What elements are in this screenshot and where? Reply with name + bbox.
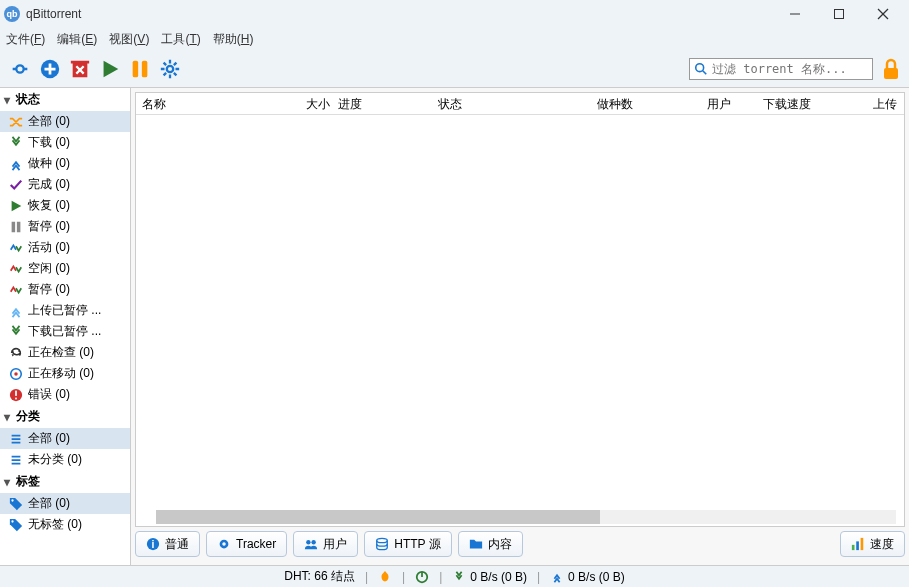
status-filter-3[interactable]: 完成 (0) (0, 174, 130, 195)
status-filter-13[interactable]: 错误 (0) (0, 384, 130, 405)
svg-point-20 (11, 499, 13, 501)
move-icon (8, 366, 24, 382)
status-filter-12[interactable]: 正在移动 (0) (0, 363, 130, 384)
shuffle-icon (8, 114, 24, 130)
torrent-list-body (136, 115, 904, 526)
svg-point-27 (312, 540, 316, 544)
titlebar: qb qBittorrent (0, 0, 909, 28)
tags-section-header[interactable]: ▾标签 (0, 470, 130, 493)
svg-rect-7 (133, 60, 139, 77)
minimize-button[interactable] (773, 0, 817, 28)
svg-rect-19 (15, 397, 17, 399)
list-icon (8, 431, 24, 447)
svg-point-25 (222, 542, 226, 546)
svg-point-28 (377, 538, 388, 542)
svg-text:i: i (152, 538, 155, 550)
status-filter-10[interactable]: 下载已暂停 ... (0, 321, 130, 342)
pause-button[interactable] (126, 55, 154, 83)
menu-edit[interactable]: 编辑(E) (57, 31, 97, 48)
tab-tracker[interactable]: Tracker (206, 531, 287, 557)
svg-rect-18 (15, 390, 17, 395)
tab-peers[interactable]: 用户 (293, 531, 358, 557)
status-filter-2[interactable]: 做种 (0) (0, 153, 130, 174)
error-icon (8, 387, 24, 403)
detail-tabs: i普通 Tracker 用户 HTTP 源 内容 速度 (135, 527, 905, 561)
svg-point-16 (14, 372, 18, 376)
horizontal-scrollbar[interactable] (156, 510, 896, 524)
tab-general[interactable]: i普通 (135, 531, 200, 557)
svg-point-21 (11, 520, 13, 522)
add-torrent-button[interactable] (36, 55, 64, 83)
svg-rect-29 (852, 545, 855, 550)
svg-rect-13 (12, 221, 16, 232)
tab-content[interactable]: 内容 (458, 531, 523, 557)
status-filter-7[interactable]: 空闲 (0) (0, 258, 130, 279)
down-green-icon (8, 135, 24, 151)
download-speed-status[interactable]: 0 B/s (0 B) (452, 570, 527, 584)
col-upspeed[interactable]: 上传 (818, 93, 904, 114)
filter-box[interactable] (689, 58, 873, 80)
svg-rect-30 (856, 541, 859, 550)
col-dlspeed[interactable]: 下载速度 (738, 93, 818, 114)
refresh-icon (8, 345, 24, 361)
svg-rect-31 (861, 538, 864, 550)
add-link-button[interactable] (6, 55, 34, 83)
up-blue-icon (8, 156, 24, 172)
categories-section-header[interactable]: ▾分类 (0, 405, 130, 428)
close-button[interactable] (861, 0, 905, 28)
up-lblue-icon (8, 303, 24, 319)
pause-gray-icon (8, 219, 24, 235)
filter-input[interactable] (712, 62, 868, 76)
tab-http[interactable]: HTTP 源 (364, 531, 451, 557)
alt-speed-toggle[interactable] (415, 570, 429, 584)
category-filter-0[interactable]: 全部 (0) (0, 428, 130, 449)
torrent-list[interactable]: 名称 大小 进度 状态 做种数 用户 下载速度 上传 (135, 92, 905, 527)
firewall-status[interactable] (378, 570, 392, 584)
col-size[interactable]: 大小 (300, 93, 332, 114)
lock-button[interactable] (879, 57, 903, 81)
svg-rect-12 (884, 68, 898, 79)
status-filter-4[interactable]: 恢复 (0) (0, 195, 130, 216)
upload-speed-status[interactable]: 0 B/s (0 B) (550, 570, 625, 584)
search-icon (694, 62, 708, 76)
tag-filter-1[interactable]: 无标签 (0) (0, 514, 130, 535)
menu-help[interactable]: 帮助(H) (213, 31, 254, 48)
check-purple-icon (8, 177, 24, 193)
resume-button[interactable] (96, 55, 124, 83)
menu-tools[interactable]: 工具(T) (161, 31, 200, 48)
svg-point-10 (696, 63, 704, 71)
delete-button[interactable] (66, 55, 94, 83)
status-section-header[interactable]: ▾状态 (0, 88, 130, 111)
svg-rect-1 (835, 10, 844, 19)
settings-button[interactable] (156, 55, 184, 83)
menu-view[interactable]: 视图(V) (109, 31, 149, 48)
status-filter-11[interactable]: 正在检查 (0) (0, 342, 130, 363)
category-filter-1[interactable]: 未分类 (0) (0, 449, 130, 470)
status-filter-6[interactable]: 活动 (0) (0, 237, 130, 258)
maximize-button[interactable] (817, 0, 861, 28)
col-seeds[interactable]: 做种数 (570, 93, 640, 114)
toolbar (0, 50, 909, 88)
svg-rect-6 (71, 60, 89, 63)
down-green-icon (8, 324, 24, 340)
status-filter-1[interactable]: 下载 (0) (0, 132, 130, 153)
col-progress[interactable]: 进度 (332, 93, 432, 114)
tag-filter-0[interactable]: 全部 (0) (0, 493, 130, 514)
status-filter-8[interactable]: 暂停 (0) (0, 279, 130, 300)
app-icon: qb (4, 6, 20, 22)
menu-file[interactable]: 文件(F) (6, 31, 45, 48)
tab-speed[interactable]: 速度 (840, 531, 905, 557)
main-content: 名称 大小 进度 状态 做种数 用户 下载速度 上传 i普通 Tracker 用… (131, 88, 909, 565)
updown-idle-icon (8, 282, 24, 298)
status-filter-9[interactable]: 上传已暂停 ... (0, 300, 130, 321)
updown-active-icon (8, 240, 24, 256)
svg-rect-14 (17, 221, 21, 232)
updown-idle-icon (8, 261, 24, 277)
status-filter-0[interactable]: 全部 (0) (0, 111, 130, 132)
col-status[interactable]: 状态 (432, 93, 570, 114)
column-headers[interactable]: 名称 大小 进度 状态 做种数 用户 下载速度 上传 (136, 93, 904, 115)
col-peers[interactable]: 用户 (640, 93, 738, 114)
col-name[interactable]: 名称 (136, 93, 300, 114)
sidebar: ▾状态 全部 (0)下载 (0)做种 (0)完成 (0)恢复 (0)暂停 (0)… (0, 88, 131, 565)
status-filter-5[interactable]: 暂停 (0) (0, 216, 130, 237)
